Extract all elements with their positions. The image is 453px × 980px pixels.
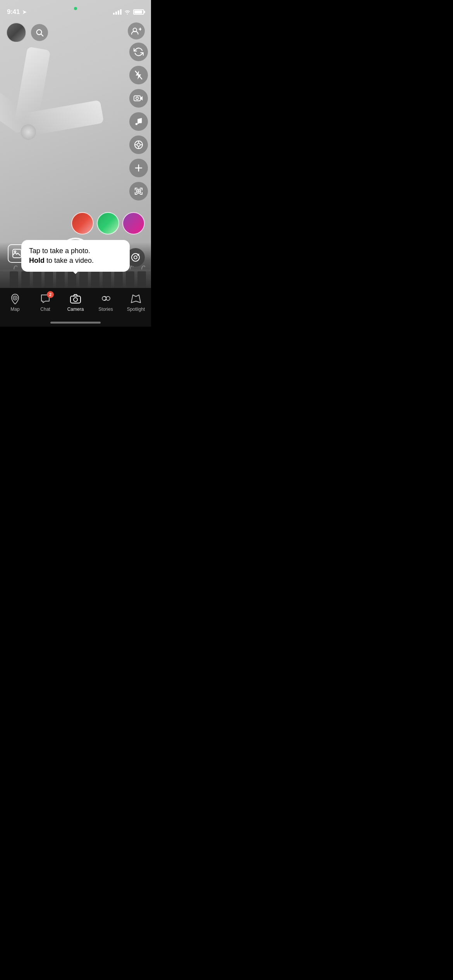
location-arrow-icon: ➤	[22, 9, 27, 15]
svg-point-7	[136, 97, 139, 100]
tooltip-line2-suffix: to take a video.	[45, 257, 94, 264]
home-indicator	[50, 322, 101, 324]
scan-button[interactable]	[129, 182, 148, 200]
svg-point-8	[136, 123, 138, 125]
map-icon	[10, 293, 21, 304]
svg-rect-29	[103, 271, 111, 289]
stories-icon	[100, 293, 111, 304]
nav-item-camera[interactable]: Camera	[64, 293, 87, 312]
svg-rect-23	[33, 271, 41, 289]
nav-item-chat[interactable]: 2 Chat	[34, 293, 57, 312]
camera-nav-label: Camera	[67, 307, 84, 312]
svg-point-11	[137, 143, 140, 146]
spotlight-icon	[130, 293, 141, 304]
svg-rect-22	[21, 271, 30, 289]
svg-point-40	[74, 298, 77, 302]
svg-rect-6	[134, 96, 141, 101]
svg-rect-30	[114, 271, 123, 289]
svg-rect-28	[91, 271, 100, 289]
story-preview-3[interactable]	[122, 212, 145, 235]
flip-camera-button[interactable]	[129, 43, 148, 61]
story-previews	[71, 212, 145, 235]
svg-rect-32	[137, 271, 146, 289]
tooltip-text: Tap to take a photo. Hold to take a vide…	[29, 246, 122, 266]
camera-nav-icon	[70, 293, 81, 304]
svg-rect-31	[126, 271, 134, 289]
svg-point-36	[14, 251, 16, 252]
top-left-controls	[6, 22, 48, 43]
map-label: Map	[10, 307, 19, 312]
add-lens-button[interactable]	[129, 159, 148, 177]
story-preview-1[interactable]	[71, 212, 94, 235]
svg-point-42	[106, 296, 110, 300]
stories-label: Stories	[98, 307, 113, 312]
svg-rect-39	[70, 296, 81, 303]
svg-point-38	[14, 297, 16, 299]
svg-rect-25	[56, 271, 65, 289]
tooltip-bold: Hold	[29, 257, 45, 264]
svg-rect-18	[137, 189, 141, 193]
chat-icon: 2	[40, 293, 51, 304]
tooltip-line1: Tap to take a photo.	[29, 247, 90, 255]
music-button[interactable]	[129, 112, 148, 131]
nav-item-map[interactable]: Map	[3, 293, 27, 312]
camera-tooltip: Tap to take a photo. Hold to take a vide…	[21, 240, 130, 272]
top-right-controls	[128, 22, 145, 39]
camera-right-controls	[129, 43, 148, 200]
flash-off-button[interactable]	[129, 66, 148, 84]
spotlight-label: Spotlight	[127, 307, 145, 312]
story-preview-2[interactable]	[97, 212, 119, 235]
status-bar: 9:41 ➤	[0, 0, 151, 19]
status-time: 9:41	[7, 8, 20, 16]
bottom-navigation: Map 2 Chat Camera	[0, 288, 151, 327]
svg-rect-27	[79, 271, 88, 289]
user-avatar[interactable]	[6, 22, 26, 43]
chat-label: Chat	[40, 307, 50, 312]
svg-point-19	[138, 190, 139, 192]
lens-studio-button[interactable]	[129, 135, 148, 154]
dual-camera-button[interactable]	[129, 89, 148, 108]
nav-item-spotlight[interactable]: Spotlight	[124, 293, 148, 312]
wifi-icon	[124, 9, 131, 15]
svg-line-1	[41, 34, 43, 36]
signal-strength-icon	[113, 9, 122, 15]
svg-rect-21	[10, 271, 18, 289]
search-button[interactable]	[31, 24, 48, 41]
nav-item-stories[interactable]: Stories	[94, 293, 117, 312]
svg-rect-24	[45, 271, 53, 289]
chat-badge: 2	[47, 291, 54, 298]
add-friend-button[interactable]	[128, 22, 145, 39]
svg-marker-43	[131, 295, 141, 303]
svg-point-9	[140, 121, 142, 123]
battery-icon	[133, 9, 144, 15]
